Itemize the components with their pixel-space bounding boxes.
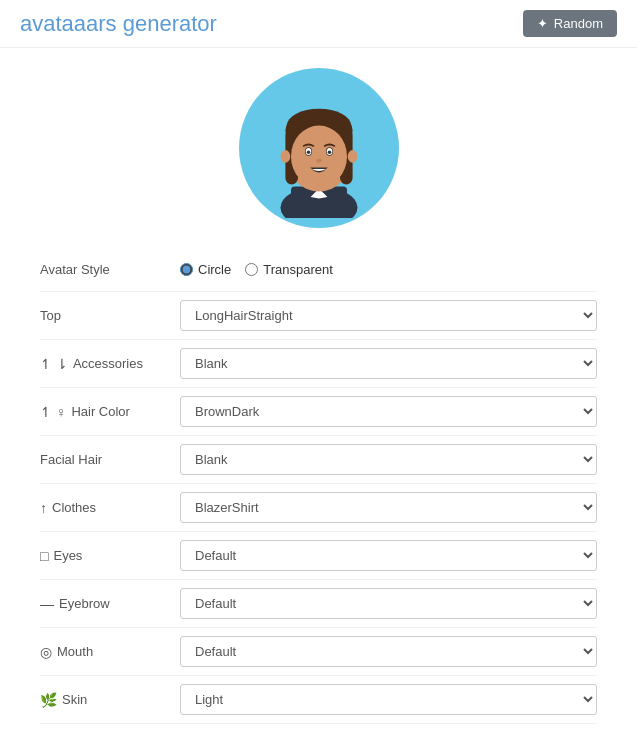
hair-color-value: AuburnBlackBlondeBlondeGoldenBrownBrownD… — [180, 396, 597, 427]
facial-hair-select[interactable]: BlankBeardMediumBeardLightBeardMajesticM… — [180, 444, 597, 475]
eyes-select[interactable]: CloseCryDefaultDizzyEyeRollHappyHeartsSi… — [180, 540, 597, 571]
dynamic-control-rows: TopLongHairStraightLongHairBobLongHairBu… — [40, 292, 597, 724]
eyes-label-text: Eyes — [53, 548, 82, 563]
random-button[interactable]: ✦ Random — [523, 10, 617, 37]
eyes-value: CloseCryDefaultDizzyEyeRollHappyHeartsSi… — [180, 540, 597, 571]
svg-point-18 — [347, 150, 357, 163]
skin-icon: 🌿 — [40, 692, 57, 708]
avatar-preview — [0, 48, 637, 238]
accessories-label-text: Accessories — [73, 356, 143, 371]
clothes-row: ↑ClothesBlazerShirtBlazerSweaterCollarSw… — [40, 484, 597, 532]
hair-color-select[interactable]: AuburnBlackBlondeBlondeGoldenBrownBrownD… — [180, 396, 597, 427]
accessories-select[interactable]: BlankKurtPrescription01Prescription02Rou… — [180, 348, 597, 379]
clothes-select[interactable]: BlazerShirtBlazerSweaterCollarSweaterGra… — [180, 492, 597, 523]
mouth-value: ConcernedDefaultDisbeliefEatingGrimaceSa… — [180, 636, 597, 667]
random-icon: ✦ — [537, 16, 548, 31]
skin-label: 🌿Skin — [40, 692, 180, 708]
mouth-label-text: Mouth — [57, 644, 93, 659]
hair-color-row: ↿ ♀Hair ColorAuburnBlackBlondeBlondeGold… — [40, 388, 597, 436]
circle-radio[interactable] — [180, 263, 193, 276]
skin-value: TannedYellowPaleLightBrownDarkBrownBlack — [180, 684, 597, 715]
clothes-value: BlazerShirtBlazerSweaterCollarSweaterGra… — [180, 492, 597, 523]
top-row: TopLongHairStraightLongHairBobLongHairBu… — [40, 292, 597, 340]
eyebrow-icon: — — [40, 596, 54, 612]
accessories-label: ↿ ⇂Accessories — [40, 356, 180, 372]
mouth-label: ◎Mouth — [40, 644, 180, 660]
circle-radio-label[interactable]: Circle — [180, 262, 231, 277]
random-label: Random — [554, 16, 603, 31]
hair-color-label-text: Hair Color — [71, 404, 130, 419]
mouth-select[interactable]: ConcernedDefaultDisbeliefEatingGrimaceSa… — [180, 636, 597, 667]
clothes-label: ↑Clothes — [40, 500, 180, 516]
eyes-icon: □ — [40, 548, 48, 564]
avatar-circle — [239, 68, 399, 228]
accessories-row: ↿ ⇂AccessoriesBlankKurtPrescription01Pre… — [40, 340, 597, 388]
svg-point-16 — [316, 159, 322, 163]
svg-point-15 — [327, 150, 331, 154]
accessories-value: BlankKurtPrescription01Prescription02Rou… — [180, 348, 597, 379]
app-title: avataaars generator — [20, 11, 217, 37]
eyebrow-label: —Eyebrow — [40, 596, 180, 612]
facial-hair-label-text: Facial Hair — [40, 452, 102, 467]
clothes-label-text: Clothes — [52, 500, 96, 515]
accessories-icon: ↿ ⇂ — [40, 356, 68, 372]
hair-color-label: ↿ ♀Hair Color — [40, 404, 180, 420]
avatar-style-label: Avatar Style — [40, 262, 180, 277]
eyebrow-row: —EyebrowAngryAngryNaturalDefaultDefaultN… — [40, 580, 597, 628]
controls-panel: Avatar Style Circle Transparent TopLongH… — [0, 238, 637, 733]
top-label: Top — [40, 308, 180, 323]
facial-hair-value: BlankBeardMediumBeardLightBeardMajesticM… — [180, 444, 597, 475]
eyebrow-select[interactable]: AngryAngryNaturalDefaultDefaultNaturalFl… — [180, 588, 597, 619]
facial-hair-row: Facial HairBlankBeardMediumBeardLightBea… — [40, 436, 597, 484]
avatar-image — [249, 78, 389, 218]
skin-row: 🌿SkinTannedYellowPaleLightBrownDarkBrown… — [40, 676, 597, 724]
mouth-row: ◎MouthConcernedDefaultDisbeliefEatingGri… — [40, 628, 597, 676]
svg-point-17 — [280, 150, 290, 163]
facial-hair-label: Facial Hair — [40, 452, 180, 467]
eyes-label: □Eyes — [40, 548, 180, 564]
top-select[interactable]: LongHairStraightLongHairBobLongHairBunSh… — [180, 300, 597, 331]
eyebrow-value: AngryAngryNaturalDefaultDefaultNaturalFl… — [180, 588, 597, 619]
mouth-icon: ◎ — [40, 644, 52, 660]
transparent-radio-label[interactable]: Transparent — [245, 262, 333, 277]
avatar-style-row: Avatar Style Circle Transparent — [40, 248, 597, 292]
top-label-text: Top — [40, 308, 61, 323]
top-value: LongHairStraightLongHairBobLongHairBunSh… — [180, 300, 597, 331]
skin-label-text: Skin — [62, 692, 87, 707]
transparent-radio[interactable] — [245, 263, 258, 276]
eyes-row: □EyesCloseCryDefaultDizzyEyeRollHappyHea… — [40, 532, 597, 580]
eyebrow-label-text: Eyebrow — [59, 596, 110, 611]
hair-color-icon: ↿ ♀ — [40, 404, 66, 420]
app-header: avataaars generator ✦ Random — [0, 0, 637, 48]
avatar-style-options: Circle Transparent — [180, 262, 597, 277]
skin-select[interactable]: TannedYellowPaleLightBrownDarkBrownBlack — [180, 684, 597, 715]
svg-point-14 — [306, 150, 310, 154]
svg-point-9 — [291, 126, 347, 188]
clothes-icon: ↑ — [40, 500, 47, 516]
